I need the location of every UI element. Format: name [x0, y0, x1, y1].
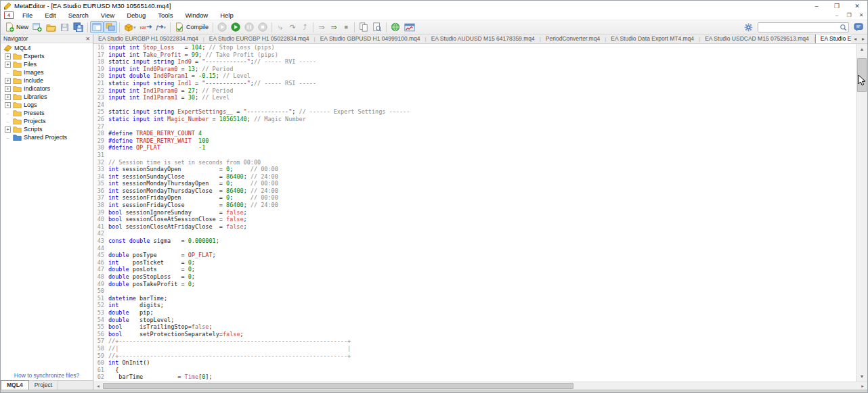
menu-item-view[interactable]: View — [95, 11, 121, 20]
step-out-button[interactable]: ⤴ — [299, 21, 311, 33]
save-all-button[interactable] — [71, 21, 85, 33]
nav-item-projects[interactable]: –Projects — [1, 117, 93, 125]
nav-item-indicators[interactable]: +Indicators — [1, 85, 93, 93]
break-button[interactable]: ■ — [340, 21, 352, 33]
nav-item-libraries[interactable]: +Libraries — [1, 93, 93, 101]
nav-item-presets[interactable]: –Presets — [1, 109, 93, 117]
goto-function-button[interactable]: f ➜ ▾ — [154, 21, 168, 33]
help-button[interactable] — [389, 21, 402, 33]
run-to-cursor-button[interactable]: ⇒ — [316, 21, 328, 33]
scroll-left-icon[interactable]: ◂ — [93, 382, 103, 390]
menu-item-tools[interactable]: Tools — [152, 11, 179, 20]
horizontal-scrollbar[interactable]: ◂ ▸ — [93, 382, 867, 390]
expand-plus-icon[interactable]: + — [5, 62, 11, 68]
code-editor[interactable]: 16input int Stop_Loss = 104; // Stop Los… — [93, 44, 856, 382]
continue-button[interactable]: ⇒ — [328, 21, 340, 33]
open-terminal-button[interactable]: ▾ — [122, 21, 138, 33]
open-file-button[interactable] — [44, 21, 58, 33]
save-button[interactable] — [58, 21, 71, 33]
new-file-label: New — [16, 24, 28, 30]
navigator-close-icon[interactable]: ✕ — [85, 36, 90, 42]
copy-button[interactable] — [357, 21, 370, 33]
start-profiling-button[interactable] — [215, 21, 229, 33]
toggle-navigator-button[interactable] — [90, 21, 104, 33]
tab-scroll-right-icon[interactable]: ▸ — [859, 36, 867, 42]
minimize-button[interactable]: – — [806, 3, 827, 9]
document-tab[interactable]: EA Studio GBPUSD H1 04999100.mq4 — [316, 34, 425, 43]
menu-item-edit[interactable]: Edit — [39, 11, 62, 20]
horizontal-scroll-thumb[interactable] — [103, 383, 573, 389]
search-input[interactable] — [760, 24, 840, 30]
nav-item-images[interactable]: –Images — [1, 68, 93, 76]
menu-item-window[interactable]: Window — [179, 11, 214, 20]
start-debugging-button[interactable] — [229, 21, 242, 33]
nav-root-mql4[interactable]: MQL4 — [1, 44, 93, 52]
document-tab[interactable]: EA Studio EURGBP H1 05022834.mq4 — [204, 34, 314, 43]
save-icon — [60, 23, 69, 32]
vertical-scrollbar[interactable]: ▲ ▼ — [856, 44, 867, 382]
code-line: 59//+-----------------------------------… — [93, 352, 856, 360]
nav-item-include[interactable]: +Include — [1, 76, 93, 85]
compile-button[interactable]: Compile — [173, 21, 211, 33]
nav-item-shared-projects[interactable]: –Shared Projects — [1, 133, 93, 141]
code-text: #define TRADE_RETRY_COUNT 4 — [107, 130, 202, 137]
mdi-close-button[interactable]: ✕ — [855, 12, 867, 18]
expand-plus-icon[interactable]: + — [5, 86, 11, 92]
menu-item-search[interactable]: Search — [62, 11, 95, 20]
pause-debugging-button[interactable] — [242, 21, 256, 33]
document-tab[interactable]: EA Studio USDCAD M15 07529513.mq4 — [700, 34, 814, 43]
document-tab[interactable]: PeriodConverter.mq4 — [541, 34, 605, 43]
document-tab[interactable]: EA Studio Data Export MT4.mq4 — [606, 34, 699, 43]
navigator-tab-mql4[interactable]: MQL4 — [1, 380, 29, 390]
code-text — [107, 287, 108, 295]
expand-plus-icon[interactable]: + — [5, 94, 11, 100]
vertical-scroll-thumb[interactable] — [857, 58, 867, 92]
document-tab[interactable]: EA Studio AUDUSD M15 64178359.mq4 — [427, 34, 540, 43]
menu-item-debug[interactable]: Debug — [121, 11, 152, 20]
print-preview-button[interactable] — [370, 21, 384, 33]
code-line: 25static input string ExpertSettings__ =… — [93, 108, 856, 116]
navigator-tab-project[interactable]: Project — [29, 381, 58, 390]
code-line: 37int sessionFridayOpen = 0; // 00:00 — [93, 194, 856, 202]
new-file-button[interactable]: New — [3, 21, 30, 33]
nav-item-files[interactable]: +Files — [1, 60, 93, 68]
mql5-community-icon — [404, 23, 415, 32]
close-button[interactable]: ✕ — [847, 3, 867, 9]
toggle-toolbox-button[interactable] — [104, 21, 117, 33]
expand-plus-icon[interactable]: + — [5, 78, 11, 84]
scroll-right-icon[interactable]: ▸ — [858, 382, 867, 390]
mql5-community-button[interactable] — [402, 21, 417, 33]
sync-files-link[interactable]: How to synchronize files? — [1, 370, 93, 380]
tab-scroll-left-icon[interactable]: ◂ — [851, 36, 859, 42]
expand-plus-icon[interactable]: + — [5, 126, 11, 133]
step-into-button[interactable]: ⤷ — [274, 21, 286, 33]
step-over-button[interactable]: ↷ — [286, 21, 299, 33]
code-line: 33int sessionSundayOpen = 0; // 00:00 — [93, 166, 856, 173]
mql5-chat-button[interactable] — [852, 21, 865, 33]
stop-debugging-button[interactable] — [256, 21, 269, 33]
mdi-restore-button[interactable]: ❐ — [843, 12, 855, 18]
scroll-up-icon[interactable]: ▲ — [856, 44, 867, 54]
expand-plus-icon[interactable]: + — [5, 102, 11, 108]
menu-item-file[interactable]: File — [16, 11, 39, 20]
menu-item-help[interactable]: Help — [214, 11, 240, 20]
new-project-button[interactable] — [30, 21, 44, 33]
search-icon[interactable] — [840, 24, 847, 31]
code-line: 54double stopLevel; — [93, 317, 856, 324]
expand-plus-icon[interactable]: + — [5, 53, 11, 60]
code-line: 27 — [93, 123, 856, 131]
nav-item-experts[interactable]: +Experts — [1, 52, 93, 60]
document-tab[interactable]: EA Studio EURGBP H1 05022834.mq4 — [93, 34, 203, 43]
code-line: 29#define TRADE_RETRY_WAIT 100 — [93, 137, 856, 145]
settings-button[interactable] — [742, 21, 755, 33]
print-preview-icon — [372, 22, 382, 32]
goto-variable-button[interactable]: var ➜ — [138, 21, 154, 33]
app-logo-icon — [3, 2, 12, 10]
mdi-minimize-button[interactable]: – — [831, 12, 843, 18]
new-file-icon — [5, 22, 14, 32]
scroll-down-icon[interactable]: ▼ — [856, 371, 867, 382]
nav-item-logs[interactable]: +Logs — [1, 101, 93, 109]
document-tab[interactable]: EA Studio EURUSD M30 10565140.mq4 — [815, 34, 851, 43]
nav-item-scripts[interactable]: +Scripts — [1, 125, 93, 133]
restore-button[interactable]: ❐ — [827, 3, 847, 9]
